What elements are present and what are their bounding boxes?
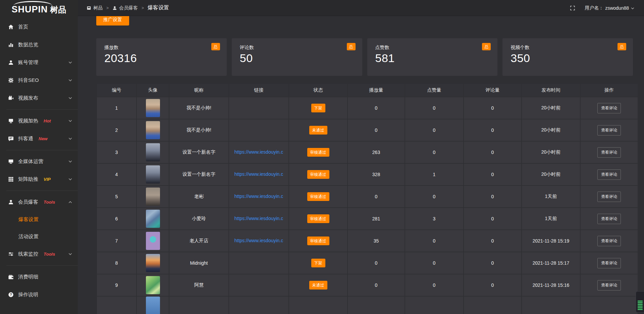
view-comments-button[interactable]: 查看评论 (597, 280, 621, 291)
cell-avatar (137, 164, 169, 185)
cell-link (229, 297, 288, 314)
cell-action: 查看评论 (581, 142, 638, 163)
cell-comments: 0 (464, 208, 521, 229)
sidebar-subitem-activity-settings[interactable]: 活动设置 (0, 228, 78, 245)
avatar (146, 254, 160, 272)
cell-avatar (137, 97, 169, 119)
chevron-down-icon (68, 60, 72, 65)
videos-table-wrap: 编号头像昵称链接状态播放量点赞量评论量发布时间操作 1我不是小帅!下架00020… (96, 83, 633, 314)
cell-plays: 328 (348, 164, 405, 185)
username-label: 用户名： (585, 5, 603, 11)
sidebar-item-douyin-seo[interactable]: 抖音SEO (0, 71, 78, 89)
breadcrumb: 树品 > 会员爆客 > 爆客设置 (87, 4, 169, 11)
table-row: 8Midnight下架0002021-11-28 15:17查看评论 (97, 252, 638, 274)
video-link[interactable]: https://www.iesdouyin.c (234, 149, 283, 155)
view-comments-button[interactable]: 查看评论 (597, 258, 621, 268)
sidebar-item-tag: Hot (44, 118, 51, 123)
sidebar-item-clue-monitor[interactable]: 线索监控Tools (0, 245, 78, 263)
view-comments-button[interactable]: 查看评论 (597, 192, 621, 202)
cell-nickname: 老人开店 (169, 230, 228, 252)
column-header: 发布时间 (522, 84, 580, 97)
cell-time: 2021-11-28 15:16 (522, 274, 580, 296)
cell-link (229, 97, 288, 119)
status-badge: 审核通过 (307, 148, 329, 157)
breadcrumb-item-shupin[interactable]: 树品 (87, 5, 103, 11)
cell-link (229, 274, 288, 296)
breadcrumb-item-member[interactable]: 会员爆客 (112, 5, 138, 11)
column-header: 操作 (581, 84, 638, 97)
cell-link: https://www.iesdouyin.c (229, 142, 288, 163)
sidebar-item-label: 操作说明 (18, 292, 38, 298)
sidebar-item-home[interactable]: 首页 (0, 18, 78, 36)
view-comments-button[interactable]: 查看评论 (597, 214, 621, 224)
cell-time: 1天前 (522, 186, 580, 207)
video-link[interactable]: https://www.iesdouyin.c (234, 216, 283, 221)
view-comments-button[interactable]: 查看评论 (597, 125, 621, 136)
view-comments-button[interactable]: 查看评论 (597, 169, 621, 180)
sidebar-item-account-manage[interactable]: 账号管理 (0, 54, 78, 71)
user-icon (8, 60, 14, 65)
breadcrumb-separator: > (106, 6, 109, 10)
video-link[interactable]: https://www.iesdouyin.c (234, 171, 283, 177)
sidebar-item-matrix-boost[interactable]: 矩阵助推VIP (0, 170, 78, 188)
stat-card-value: 350 (511, 52, 625, 65)
cell-status: 下架 (289, 252, 347, 274)
cell-number: 2 (97, 119, 136, 141)
sidebar-item-label: 抖客通 (18, 136, 33, 142)
cell-status: 未通过 (289, 274, 347, 296)
table-row: 4设置一个新名字https://www.iesdouyin.c审核通过32810… (97, 164, 638, 185)
sidebar-item-label: 视频加热 (18, 118, 38, 124)
cell-status: 未通过 (289, 119, 347, 141)
cell-status: 审核通过 (289, 142, 347, 163)
cell-likes: 0 (405, 274, 463, 296)
cell-status: 审核通过 (289, 208, 347, 229)
sidebar-item-video-publish[interactable]: 视频发布 (0, 89, 78, 107)
sidebar-subitem-label: 活动设置 (18, 233, 39, 240)
cell-plays: 35 (348, 230, 405, 252)
table-row: 3设置一个新名字https://www.iesdouyin.c审核通过26300… (97, 142, 638, 163)
sidebar-item-label: 线索监控 (18, 251, 38, 257)
video-link[interactable]: https://www.iesdouyin.c (234, 194, 283, 199)
sidebar-item-operation-guide[interactable]: ?操作说明 (0, 286, 78, 304)
sidebar-item-consume-detail[interactable]: 消费明细 (0, 268, 78, 286)
fullscreen-icon[interactable] (570, 5, 575, 11)
sidebar-subitem-baoke-settings[interactable]: 爆客设置 (0, 211, 78, 228)
video-link[interactable]: https://www.iesdouyin.c (234, 238, 283, 243)
widget-bar (638, 309, 643, 310)
sidebar-item-tag: Tools (44, 252, 55, 257)
sidebar-item-data-overview[interactable]: 数据总览 (0, 36, 78, 54)
column-header: 状态 (289, 84, 347, 97)
cell-comments: 0 (464, 97, 521, 119)
status-badge: 审核通过 (307, 192, 329, 201)
chevron-up-icon (68, 200, 72, 204)
home-icon (8, 24, 14, 30)
sidebar-item-member-baoke[interactable]: 会员爆客Tools (0, 193, 78, 211)
breadcrumb-separator: > (142, 6, 144, 10)
sidebar-item-douketong[interactable]: 抖客通New (0, 130, 78, 148)
sidebar-item-video-heat[interactable]: 视频加热Hot (0, 112, 78, 130)
help-icon: ? (8, 292, 14, 298)
stat-card-1: 评论数总50 (232, 38, 362, 76)
cell-link: https://www.iesdouyin.c (229, 230, 288, 252)
floating-widget[interactable] (636, 291, 644, 313)
chevron-down-icon (68, 159, 72, 164)
svg-text:?: ? (10, 293, 12, 297)
view-comments-button[interactable]: 查看评论 (597, 103, 621, 113)
user-menu[interactable]: 用户名： zswodun88 (585, 5, 635, 11)
sidebar-divider (6, 150, 78, 150)
cell-status: 审核通过 (289, 186, 347, 207)
view-comments-button[interactable]: 查看评论 (597, 147, 621, 158)
cell-time: 2021-11-28 15:17 (522, 252, 580, 274)
view-comments-button[interactable]: 查看评论 (597, 236, 621, 246)
main-content: 推广设置 播放数总20316评论数总50点赞数总581视频个数总350 编号头像… (78, 0, 644, 314)
logo[interactable]: SHUPIN 树品 (11, 2, 66, 14)
sidebar-item-label: 数据总览 (18, 42, 38, 48)
widget-bar (638, 301, 643, 302)
sidebar-item-media-operation[interactable]: 全媒体运营 (0, 153, 78, 170)
cell-nickname: 我不是小帅! (169, 119, 228, 141)
cell-avatar (137, 119, 169, 141)
sidebar-item-label: 账号管理 (18, 59, 38, 66)
cell-action: 查看评论 (581, 230, 638, 252)
table-row: 9阿慧未通过0002021-11-28 15:16查看评论 (97, 274, 638, 296)
cell-time (522, 297, 580, 314)
